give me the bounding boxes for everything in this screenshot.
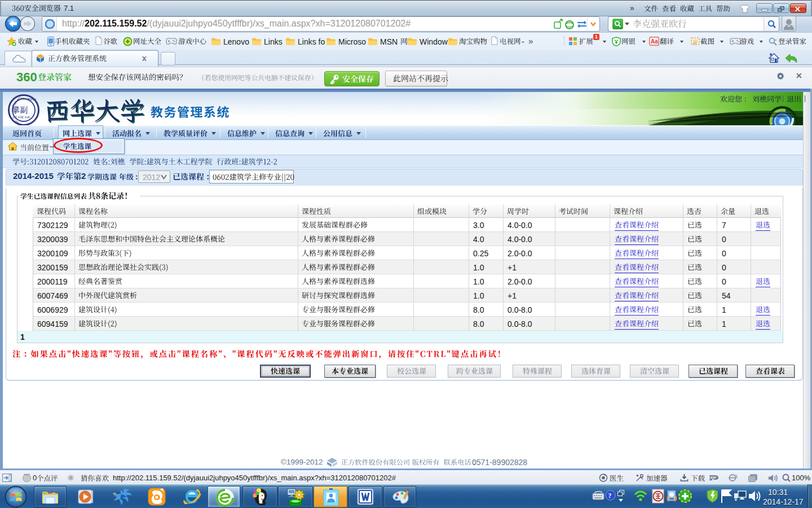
svg-text:Aa: Aa [651,38,658,45]
svg-text:?: ? [608,492,612,500]
svg-text:PP: PP [710,475,717,480]
svg-text:00: 00 [693,42,697,45]
